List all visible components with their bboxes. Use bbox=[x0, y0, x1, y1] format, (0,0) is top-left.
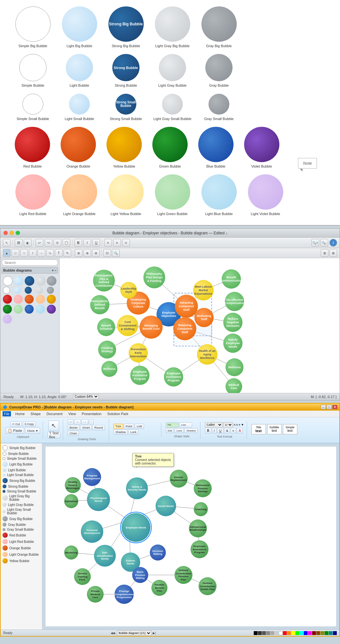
tool-more2[interactable]: ⊕ bbox=[83, 249, 91, 257]
menu-document[interactable]: Document bbox=[45, 411, 64, 416]
win-node-decision[interactable]: Decision Making bbox=[150, 544, 166, 561]
win-sb-light-red[interactable]: Light Red Bubble bbox=[1, 538, 42, 545]
sb-simple-med[interactable] bbox=[3, 287, 10, 294]
ribbon-text-btn[interactable]: T TextBox bbox=[47, 432, 60, 438]
win-node-personal-dev[interactable]: Personal Development bbox=[81, 520, 103, 543]
light-gray-sml-bubble[interactable] bbox=[162, 94, 183, 115]
win-node-prestige[interactable]: Prestige Comprehensive Progression bbox=[115, 585, 134, 604]
ribbon-arrow2[interactable]: → bbox=[74, 419, 81, 424]
menu-file[interactable]: File bbox=[3, 411, 11, 416]
win-sb-simple-sml[interactable]: Simple Small Bubble bbox=[1, 456, 42, 461]
simple-sml-bubble[interactable] bbox=[22, 94, 43, 115]
ribbon-subtitle-box[interactable]: Subtitletext bbox=[267, 424, 282, 434]
node-emp-assist-l[interactable]: Employee Assistance Program bbox=[130, 366, 149, 385]
tool-underline[interactable]: U bbox=[92, 239, 100, 247]
tool-align-left[interactable]: ≡ bbox=[104, 239, 112, 247]
light-big-item[interactable]: Light Big Bubble bbox=[56, 6, 103, 48]
sb-light-med[interactable] bbox=[14, 287, 21, 294]
win-sb-strong-sml[interactable]: Strong Small Bubble bbox=[1, 489, 42, 494]
mac-close-button[interactable] bbox=[4, 231, 8, 235]
node-benefit-sched[interactable]: Benefit Schedule bbox=[97, 318, 115, 336]
menu-solution-park[interactable]: Solution Park bbox=[106, 411, 129, 416]
ribbon-italic[interactable]: I bbox=[212, 428, 217, 433]
strong-med-bubble[interactable]: Strong Bubble bbox=[112, 54, 140, 81]
gray-sml-bubble[interactable] bbox=[208, 94, 229, 115]
win-sb-light[interactable]: Light Bubble bbox=[1, 467, 42, 473]
sb-strong-big[interactable] bbox=[25, 276, 34, 286]
ribbon-lock[interactable]: Lock bbox=[128, 430, 138, 435]
ribbon-dash[interactable]: - - bbox=[81, 419, 88, 424]
ribbon-lock2[interactable]: Lock bbox=[174, 428, 184, 433]
win-node-defined-contrib[interactable]: Defined Contribution Pension Plan bbox=[174, 566, 192, 584]
orange-bubble-item[interactable]: Orange Bubble bbox=[55, 127, 101, 169]
win-sb-orange[interactable]: Orange Bubble bbox=[1, 545, 42, 551]
win-node-retire-pension[interactable]: Retirement Pension Savings bbox=[194, 479, 212, 497]
win-node-interpersonal[interactable]: Interpersonal Relationships bbox=[189, 519, 207, 537]
tool-pointer[interactable]: ↖ bbox=[3, 239, 11, 247]
win-node-safety[interactable]: Safety & Security Needs bbox=[126, 477, 148, 499]
simple-big-bubble[interactable] bbox=[15, 6, 51, 42]
mac-maximize-button[interactable] bbox=[16, 231, 20, 235]
win-canvas[interactable]: Tree Connect selected objectswith connec… bbox=[42, 443, 339, 630]
win-sb-red[interactable]: Red Bubble bbox=[1, 532, 42, 538]
ribbon-cut[interactable]: ✂ Cut bbox=[10, 422, 22, 427]
light-yellow-item[interactable]: Light Yellow Bubble bbox=[103, 174, 149, 216]
node-wellness-r[interactable]: Wellness bbox=[225, 358, 243, 376]
strong-sml-item[interactable]: Strong Small Bubble Strong Small Bubble bbox=[103, 94, 149, 121]
violet-bubble-item[interactable]: Violet Bubble bbox=[239, 127, 285, 169]
sb-light-red[interactable] bbox=[14, 295, 23, 304]
red-bubble-item[interactable]: Red Bubble bbox=[10, 127, 55, 169]
node-managing-cost[interactable]: Managing Benefit Cost bbox=[140, 316, 163, 339]
ribbon-strikethrough[interactable]: S̶ bbox=[224, 428, 230, 433]
node-retaining[interactable]: Retaining Competent Staff bbox=[173, 317, 196, 340]
win-node-prog-mgmt[interactable]: Program Management bbox=[83, 468, 101, 486]
win-node-sabbatical[interactable]: Sabbatical bbox=[64, 494, 78, 508]
win-node-emp-assist-w[interactable]: Employee Assistance Program bbox=[191, 540, 208, 558]
win-sb-strong[interactable]: Strong Bubble bbox=[1, 484, 42, 489]
sb-light-orange[interactable] bbox=[36, 295, 45, 304]
ribbon-underline[interactable]: U bbox=[217, 428, 223, 433]
tool-pen[interactable]: ✎ bbox=[64, 249, 71, 257]
ribbon-tree[interactable]: Tree bbox=[114, 424, 123, 429]
tool-text[interactable]: T bbox=[55, 249, 63, 257]
win-node-income-rep[interactable]: Income Replacement bbox=[170, 470, 188, 488]
win-node-emp-needs[interactable]: Employee Needs bbox=[122, 513, 150, 542]
simple-med-item[interactable]: Simple Bubble bbox=[10, 54, 56, 88]
light-med-item[interactable]: Light Bubble bbox=[56, 54, 103, 88]
tool-rect[interactable]: □ bbox=[12, 249, 19, 257]
tool-curve[interactable]: ∿ bbox=[46, 249, 54, 257]
font-size-select[interactable]: 14 bbox=[223, 422, 233, 427]
gray-sml-item[interactable]: Gray Small Bubble bbox=[196, 94, 242, 121]
node-philosophy[interactable]: Philosophy Plan Design & Funding bbox=[143, 266, 165, 288]
win-node-healthy-food[interactable]: Healthy Food & Beverages bbox=[65, 477, 81, 493]
sb-light-blue[interactable] bbox=[36, 305, 45, 314]
win-page-select[interactable]: Bubble diagram (1/1) bbox=[117, 631, 151, 636]
blue-bubble-item[interactable]: Blue Bubble bbox=[193, 127, 239, 169]
sb-light-big[interactable] bbox=[14, 276, 23, 286]
ribbon-simple-text-box[interactable]: Simpletext bbox=[283, 424, 297, 434]
sb-gray-med[interactable] bbox=[47, 287, 54, 294]
light-blue-bubble[interactable] bbox=[201, 174, 237, 210]
font-family-select[interactable]: Calibri bbox=[205, 422, 223, 427]
win-node-flexible-ben[interactable]: Flexible Benefit Plan bbox=[151, 580, 167, 596]
sb-yellow[interactable] bbox=[47, 295, 56, 304]
win-sb-light-big[interactable]: Light Big Bubble bbox=[1, 461, 42, 467]
mac-minimize-button[interactable] bbox=[10, 231, 14, 235]
win-sb-lightgray[interactable]: Light Gray Bubble bbox=[1, 502, 42, 507]
tool-extra1[interactable]: ⊞ bbox=[321, 249, 328, 257]
menu-presentation[interactable]: Presentation bbox=[81, 411, 103, 416]
light-orange-bubble[interactable] bbox=[62, 174, 97, 210]
ribbon-shadow2[interactable]: Shadow bbox=[184, 428, 198, 433]
simple-sml-item[interactable]: Simple Small Bubble bbox=[10, 94, 56, 121]
tool-search2[interactable]: 🔍 bbox=[112, 249, 120, 257]
gray-med-bubble[interactable] bbox=[205, 54, 233, 81]
green-bubble[interactable] bbox=[152, 127, 188, 162]
tool-zoom-fit[interactable]: ⊡ bbox=[103, 249, 111, 257]
strong-sml-bubble[interactable]: Strong Small Bubble bbox=[115, 94, 136, 115]
win-sb-light-sml[interactable]: Light Small Bubble bbox=[1, 473, 42, 477]
zoom-select[interactable]: Custom 64% 50% 75% 100% bbox=[73, 394, 99, 399]
light-gray-med-bubble[interactable] bbox=[159, 54, 186, 81]
node-tax-effect[interactable]: Tax-effective Compensation bbox=[225, 292, 244, 311]
win-sb-simple[interactable]: Simple Bubble bbox=[1, 451, 42, 456]
tool-align-right[interactable]: ≡ bbox=[122, 239, 130, 247]
